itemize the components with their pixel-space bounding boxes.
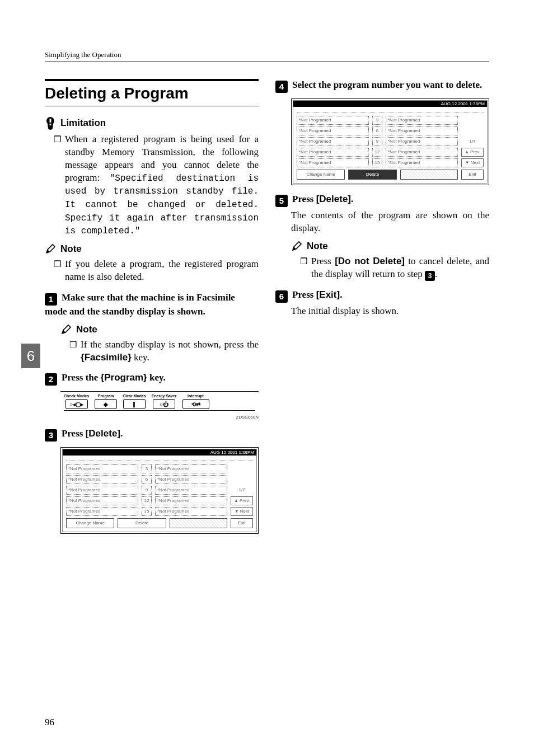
step2-pre: Press the bbox=[62, 372, 101, 383]
slot: *Not Programed bbox=[297, 126, 369, 135]
slot: *Not Programed bbox=[386, 137, 458, 146]
screenshot-timestamp: AUG 12.2001 1:38PM bbox=[63, 449, 256, 456]
slot: *Not Programed bbox=[66, 464, 138, 473]
step3-post: . bbox=[120, 428, 123, 439]
program-key-label: Program bbox=[104, 372, 143, 383]
kp-label-energy: Energy Saver bbox=[152, 394, 177, 398]
step-1-note: Note If the standby display is not shown… bbox=[60, 324, 259, 364]
slot-num: 15 bbox=[142, 507, 152, 516]
program-list-screenshot-2: AUG 12.2001 1:38PM *Not Programed *Not P… bbox=[291, 98, 489, 185]
slot-num: 9 bbox=[142, 486, 152, 495]
exit-softkey: [Exit] bbox=[316, 289, 340, 300]
slot: *Not Programed bbox=[155, 486, 227, 495]
note1-label: Note bbox=[60, 243, 82, 255]
delete-softkey: [Delete] bbox=[316, 194, 351, 204]
limitation-icon bbox=[45, 116, 56, 130]
pencil-icon bbox=[45, 243, 56, 255]
slot-num: 15 bbox=[372, 158, 382, 167]
step-2: 2 Press the {Program} key. bbox=[45, 372, 259, 386]
spacer bbox=[170, 518, 227, 528]
step-5-body: The contents of the program are shown on… bbox=[291, 209, 489, 235]
kp-label-check: Check Modes bbox=[64, 394, 89, 398]
delete-button-selected: Delete bbox=[348, 170, 396, 180]
right-column: 4 Select the program number you want to … bbox=[275, 79, 489, 536]
slot-num: 3 bbox=[372, 116, 382, 125]
step-number-1: 1 bbox=[45, 293, 57, 306]
pencil-icon bbox=[291, 241, 302, 252]
screenshot-timestamp: AUG 12.2001 1:38PM bbox=[293, 101, 487, 107]
slot: *Not Programed bbox=[386, 126, 458, 135]
step6-pre: Press bbox=[292, 289, 316, 300]
step-5-text: Press [Delete]. bbox=[292, 194, 353, 204]
slot: *Not Programed bbox=[386, 158, 458, 167]
step5-pre: Press bbox=[292, 194, 316, 204]
change-name-button: Change Name bbox=[66, 518, 114, 528]
spacer bbox=[400, 170, 458, 180]
slot-num: 6 bbox=[142, 475, 152, 484]
limitation-label: Limitation bbox=[60, 118, 106, 129]
slot-num: 3 bbox=[142, 464, 152, 473]
exit-button: Exit bbox=[461, 170, 484, 180]
next-button: ▼ Next bbox=[461, 158, 484, 167]
kp-label-program: Program bbox=[98, 394, 114, 398]
step5-note-pre: Press bbox=[311, 256, 335, 266]
step-3: 3 Press [Delete]. bbox=[45, 428, 259, 442]
slot: *Not Programed bbox=[66, 486, 138, 495]
prev-button: ▲ Prev. bbox=[231, 496, 253, 505]
step-5-note: Note Press [Do not Delete] to cancel del… bbox=[291, 241, 489, 281]
slot: *Not Programed bbox=[297, 116, 369, 125]
step-1-text: Make sure that the machine is in Facsimi… bbox=[45, 292, 235, 317]
slot: *Not Programed bbox=[66, 507, 138, 516]
step-6-body: The initial display is shown. bbox=[291, 305, 489, 318]
slot: *Not Programed bbox=[386, 116, 458, 125]
slot: *Not Programed bbox=[155, 507, 227, 516]
keypanel-tag: ZDSS060N bbox=[60, 415, 259, 420]
limitation-list: When a registered program is being used … bbox=[45, 133, 259, 238]
step2-post: key. bbox=[147, 372, 166, 383]
running-head: Simplifying the Operation bbox=[45, 50, 489, 62]
slot: *Not Programed bbox=[155, 475, 227, 484]
step-4-text: Select the program number you want to de… bbox=[292, 79, 482, 90]
do-not-delete-softkey: [Do not Delete] bbox=[335, 256, 405, 266]
limitation-heading: Limitation bbox=[45, 116, 259, 130]
slot: *Not Programed bbox=[155, 464, 227, 473]
svg-rect-2 bbox=[50, 124, 51, 125]
slot: *Not Programed bbox=[297, 148, 369, 157]
next-button: ▼ Next bbox=[231, 507, 253, 516]
slot: *Not Programed bbox=[155, 496, 227, 505]
step1-note-label: Note bbox=[76, 324, 97, 335]
step1-note-post: key. bbox=[132, 352, 149, 363]
exit-button: Exit bbox=[231, 518, 253, 528]
two-column-layout: Deleting a Program Limitation When a reg… bbox=[45, 79, 489, 536]
left-column: Deleting a Program Limitation When a reg… bbox=[45, 79, 259, 536]
slot: *Not Programed bbox=[297, 137, 369, 146]
step-4: 4 Select the program number you want to … bbox=[275, 79, 489, 93]
step-1: 1 Make sure that the machine is in Facsi… bbox=[45, 292, 259, 318]
slot: *Not Programed bbox=[66, 496, 138, 505]
step3-pre: Press bbox=[62, 428, 86, 439]
step-6: 6 Press [Exit]. The initial display is s… bbox=[275, 289, 489, 318]
kp-label-clear: Clear Modes bbox=[123, 394, 146, 398]
step-number-2: 2 bbox=[45, 373, 57, 386]
step-number-5: 5 bbox=[275, 195, 288, 207]
step-5: 5 Press [Delete]. The contents of the pr… bbox=[275, 193, 489, 235]
delete-button: Delete bbox=[118, 518, 166, 528]
step-6-text: Press [Exit]. bbox=[292, 289, 342, 300]
step-ref-3: 3 bbox=[425, 271, 435, 281]
keypanel-figure: Check Modes○◂▢▸ Program◆ Clear Modes∥ En… bbox=[60, 391, 259, 420]
step1-note-pre: If the standby display is not shown, pre… bbox=[81, 339, 259, 350]
step5-note-label: Note bbox=[307, 241, 328, 252]
page-number: 96 bbox=[45, 717, 54, 728]
note1-item: If you delete a program, the registered … bbox=[54, 258, 259, 284]
step5-note-item: Press [Do not Delete] to cancel delete, … bbox=[300, 255, 489, 281]
slot-num: 12 bbox=[372, 148, 382, 157]
section-title: Deleting a Program bbox=[45, 79, 259, 106]
slot-num: 12 bbox=[142, 496, 152, 505]
step5-note-post: . bbox=[435, 269, 437, 279]
limitation-item: When a registered program is being used … bbox=[54, 133, 259, 238]
note1-list: If you delete a program, the registered … bbox=[45, 258, 259, 284]
step-2-text: Press the {Program} key. bbox=[62, 372, 166, 383]
slot: *Not Programed bbox=[386, 148, 458, 157]
facsimile-key-label: Facsimile bbox=[85, 352, 128, 363]
slot-num: 9 bbox=[372, 137, 382, 146]
